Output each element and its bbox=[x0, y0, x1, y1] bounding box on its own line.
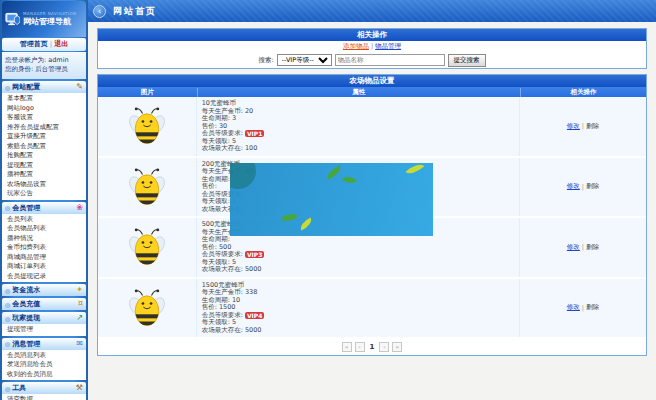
lock-icon: ✦ bbox=[76, 286, 83, 294]
section-header-recharge[interactable]: ◎会员充值 ¤ bbox=[2, 298, 86, 310]
search-bar: 搜索: --VIP等级-- 提交搜索 bbox=[98, 52, 646, 68]
sidebar-item[interactable]: 播种情况 bbox=[2, 234, 86, 244]
leaf-icon bbox=[298, 217, 314, 230]
sidebar-item[interactable]: 金币扣费列表 bbox=[2, 243, 86, 253]
table-row: 1500元蜜蜂币 每天生产金币: 338 生命周期: 10 售价: 1500 会… bbox=[98, 279, 646, 340]
sidebar-item[interactable]: 会员列表 bbox=[2, 215, 86, 225]
leaf-icon bbox=[281, 211, 298, 224]
section-header-funds[interactable]: ◎资金流水 ✦ bbox=[2, 284, 86, 296]
add-item-link[interactable]: 添加物品 bbox=[343, 42, 369, 50]
sidebar-item-farm-items[interactable]: 农场物品设置 bbox=[2, 180, 86, 190]
bullet-icon: ◎ bbox=[5, 204, 10, 211]
censor-overlay-image bbox=[230, 163, 433, 236]
sidebar-section-messages: ◎消息管理 ✉ 会员消息列表 发送消息给会员 收到的会员消息 bbox=[2, 338, 86, 381]
table-header: 图片 属性 相关操作 bbox=[98, 87, 646, 97]
delete-link[interactable]: 删除 bbox=[586, 243, 599, 252]
sidebar-topnav: 管理首页|退出 bbox=[2, 38, 86, 51]
pager-prev-button[interactable]: ‹ bbox=[355, 342, 365, 352]
sidebar-item[interactable]: 玩家公告 bbox=[2, 189, 86, 199]
bullet-icon: ◎ bbox=[5, 340, 10, 347]
section-header-tools[interactable]: ◎工具 ⚒ bbox=[2, 382, 86, 394]
edit-link[interactable]: 修改 bbox=[567, 122, 580, 131]
vip-level-select[interactable]: --VIP等级-- bbox=[277, 54, 332, 66]
sidebar-section-site-config: ◎网站配置 ✎ 基本配置 网站logo 客服设置 推荐会员提成配置 直接升级配置… bbox=[2, 81, 86, 200]
sidebar-item[interactable]: 索赔会员配置 bbox=[2, 142, 86, 152]
sidebar-section-tools: ◎工具 ⚒ 清空数据 调整封顶 bbox=[2, 382, 86, 400]
sidebar-item[interactable]: 会员物品列表 bbox=[2, 224, 86, 234]
operations-links: 添加物品|物品管理 bbox=[98, 41, 646, 52]
sidebar-item[interactable]: 商城订单列表 bbox=[2, 262, 86, 272]
delete-link[interactable]: 删除 bbox=[586, 122, 599, 131]
sidebar-item[interactable]: 提现配置 bbox=[2, 161, 86, 171]
collapse-sidebar-button[interactable]: ‹ bbox=[93, 5, 106, 18]
app-window: MANAGER NAVIGATION 网站管理导航 管理首页|退出 您登录帐户为… bbox=[0, 0, 656, 400]
nav-separator: | bbox=[50, 40, 52, 48]
column-header-attributes: 属性 bbox=[197, 88, 520, 97]
sidebar-item[interactable]: 抢购配置 bbox=[2, 151, 86, 161]
sidebar-item[interactable]: 客服设置 bbox=[2, 113, 86, 123]
sidebar-logo: MANAGER NAVIGATION 网站管理导航 bbox=[2, 1, 86, 37]
bee-image bbox=[129, 288, 165, 328]
sidebar-section-funds: ◎资金流水 ✦ bbox=[2, 284, 86, 296]
section-header-site-config[interactable]: ◎网站配置 ✎ bbox=[2, 81, 86, 93]
pager-next-button[interactable]: › bbox=[379, 342, 389, 352]
coins-icon: ¤ bbox=[78, 300, 83, 308]
section-header-members[interactable]: ◎会员管理 ❀ bbox=[2, 202, 86, 214]
topbar: ‹ 网站首页 bbox=[88, 0, 656, 22]
farm-items-title: 农场物品设置 bbox=[98, 75, 646, 87]
operations-panel-title: 相关操作 bbox=[98, 29, 646, 41]
edit-link[interactable]: 修改 bbox=[567, 243, 580, 252]
submit-search-button[interactable]: 提交搜索 bbox=[448, 54, 486, 67]
bee-image bbox=[129, 167, 165, 207]
sidebar-item[interactable]: 收到的会员消息 bbox=[2, 370, 86, 380]
delete-link[interactable]: 删除 bbox=[586, 182, 599, 191]
sidebar-user-info: 您登录帐户为: admin 您的身份: 后台管理员 bbox=[2, 52, 86, 79]
sidebar-item[interactable]: 直接升级配置 bbox=[2, 132, 86, 142]
manage-items-link[interactable]: 物品管理 bbox=[375, 42, 401, 50]
bee-image bbox=[129, 227, 165, 267]
link-separator: | bbox=[371, 42, 373, 50]
section-header-withdraw[interactable]: ◎玩家提现 ↗ bbox=[2, 312, 86, 324]
edit-link[interactable]: 修改 bbox=[567, 303, 580, 312]
pager-last-button[interactable]: » bbox=[392, 342, 402, 352]
overlay-circle bbox=[230, 163, 256, 189]
role-line: 您的身份: 后台管理员 bbox=[5, 65, 83, 74]
page-title: 网站首页 bbox=[113, 5, 157, 18]
mail-icon: ✉ bbox=[76, 340, 83, 348]
sidebar-item[interactable]: 基本配置 bbox=[2, 94, 86, 104]
sidebar: MANAGER NAVIGATION 网站管理导航 管理首页|退出 您登录帐户为… bbox=[0, 0, 88, 400]
section-header-messages[interactable]: ◎消息管理 ✉ bbox=[2, 338, 86, 350]
vip-badge: VIP4 bbox=[245, 312, 264, 319]
sidebar-item[interactable]: 会员消息列表 bbox=[2, 351, 86, 361]
bee-image bbox=[129, 106, 165, 146]
logout-link[interactable]: 退出 bbox=[54, 40, 68, 48]
pager-first-button[interactable]: « bbox=[342, 342, 352, 352]
leaf-icon bbox=[342, 173, 357, 187]
edit-link[interactable]: 修改 bbox=[567, 182, 580, 191]
item-name-input[interactable] bbox=[335, 54, 445, 66]
sidebar-item[interactable]: 提现管理 bbox=[2, 325, 86, 335]
sidebar-item[interactable]: 网站logo bbox=[2, 104, 86, 114]
column-header-image: 图片 bbox=[98, 88, 197, 97]
bullet-icon: ◎ bbox=[5, 385, 10, 392]
leaf-icon bbox=[406, 163, 425, 178]
logo-title: 网站管理导航 bbox=[23, 16, 76, 27]
sidebar-item[interactable]: 发送消息给会员 bbox=[2, 360, 86, 370]
column-header-actions: 相关操作 bbox=[520, 88, 646, 97]
bullet-icon: ◎ bbox=[5, 301, 10, 308]
sidebar-section-recharge: ◎会员充值 ¤ bbox=[2, 298, 86, 310]
sidebar-item[interactable]: 推荐会员提成配置 bbox=[2, 123, 86, 133]
bullet-icon: ◎ bbox=[5, 84, 10, 91]
bullet-icon: ◎ bbox=[5, 315, 10, 322]
sidebar-item[interactable]: 清空数据 bbox=[2, 395, 86, 400]
sidebar-item[interactable]: 播种配置 bbox=[2, 170, 86, 180]
flower-icon: ❀ bbox=[76, 204, 83, 212]
delete-link[interactable]: 删除 bbox=[586, 303, 599, 312]
account-line: 您登录帐户为: admin bbox=[5, 56, 83, 65]
pencil-icon: ✎ bbox=[76, 83, 83, 91]
admin-home-link[interactable]: 管理首页 bbox=[20, 40, 48, 48]
leaf-icon bbox=[325, 166, 343, 180]
pagination: « ‹ 1 › » bbox=[98, 339, 646, 355]
sidebar-item[interactable]: 商城商品管理 bbox=[2, 253, 86, 263]
sidebar-item[interactable]: 会员提现记录 bbox=[2, 272, 86, 282]
